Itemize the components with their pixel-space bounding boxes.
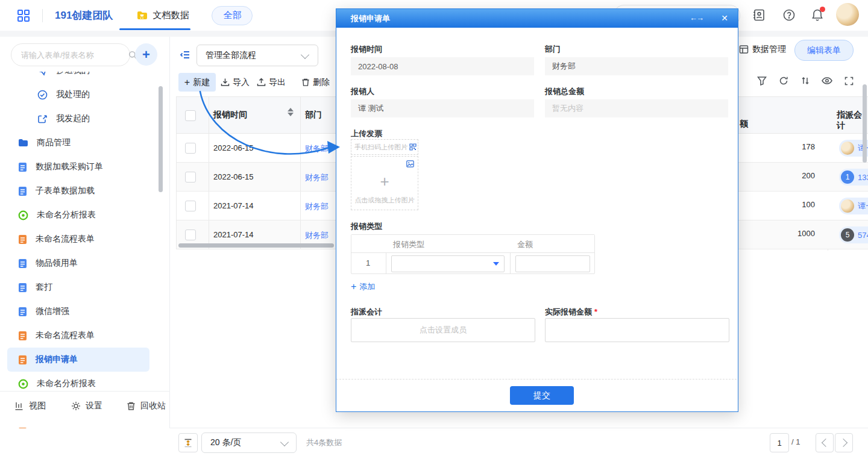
dept-link[interactable]: 财务部	[305, 172, 329, 183]
applicant-field[interactable]: 谭 测试	[351, 99, 534, 117]
row-checkbox[interactable]	[185, 201, 196, 211]
dept-link[interactable]: 财务部	[305, 230, 329, 241]
sidebar-item-cc-me[interactable]: 抄送我的	[0, 72, 157, 83]
current-page-box[interactable]: 1	[770, 433, 789, 452]
total-pages: / 1	[791, 437, 800, 446]
sidebar-item-processed-by-me[interactable]: 我处理的	[0, 83, 157, 107]
add-form-button[interactable]: +	[135, 43, 157, 66]
assignee-pill[interactable]: 55745	[839, 226, 868, 243]
fullscreen-icon[interactable]	[844, 77, 854, 86]
accountant-label: 指派会计	[351, 307, 382, 317]
create-button[interactable]: + 新建	[178, 73, 216, 92]
column-dept[interactable]: 部门	[305, 110, 322, 120]
vertical-scrollbar[interactable]	[863, 84, 867, 163]
row-height-button[interactable]	[178, 433, 198, 452]
export-icon	[257, 78, 266, 87]
expense-time-field[interactable]: 2022-08-08	[351, 57, 534, 75]
chevron-down-icon	[280, 438, 289, 446]
row-number: 1	[366, 258, 370, 267]
prev-page-button[interactable]	[816, 433, 834, 452]
total-count: 共4条数据	[306, 437, 342, 448]
dept-link[interactable]: 财务部	[305, 143, 329, 154]
data-manage-icon	[739, 45, 749, 54]
image-dropzone[interactable]: + 点击或拖拽上传图片	[351, 156, 418, 210]
sidebar-item-form[interactable]: 套打	[0, 275, 157, 299]
flow-list-icon[interactable]	[180, 49, 190, 60]
plus-icon: +	[184, 77, 190, 88]
data-manage-button[interactable]: 数据管理	[739, 44, 786, 55]
filter-all-pill[interactable]: 全部	[212, 6, 253, 25]
column-sort-icon[interactable]	[288, 108, 294, 116]
sidebar-item-flow-form[interactable]: 未命名流程表单	[0, 323, 157, 348]
team-name[interactable]: 191创建团队	[55, 8, 113, 22]
amount-input[interactable]	[515, 255, 590, 272]
submit-button[interactable]: 提交	[510, 386, 574, 405]
user-avatar[interactable]	[836, 3, 859, 26]
chevron-left-icon	[821, 439, 829, 447]
sidebar-item-form[interactable]: 数据加载采购订单	[0, 155, 157, 179]
table-row-right[interactable]: 200 11334	[737, 163, 868, 192]
assignee-pill[interactable]: 11334	[839, 169, 868, 186]
sidebar-item-initiated-by-me[interactable]: 我发起的	[0, 107, 157, 131]
add-row-button[interactable]: + 添加	[351, 281, 375, 292]
edit-form-button[interactable]: 编辑表单	[794, 40, 854, 61]
dept-link[interactable]: 财务部	[305, 201, 329, 212]
notification-bell-icon[interactable]	[810, 8, 825, 22]
modal-header[interactable]: 报销申请单 ←→ ✕	[336, 9, 738, 28]
department-field[interactable]: 财务部	[545, 57, 728, 75]
sidebar-item-form[interactable]: 子表单数据加载	[0, 179, 157, 203]
data-table-right: 额 指派会计 178 谭一 200 11334 100 谭一 1000 5574…	[737, 96, 868, 251]
subform-header: 报销类型 金额	[351, 235, 594, 253]
chevron-down-icon	[301, 51, 309, 59]
sidebar-item-report[interactable]: 未命名分析报表	[0, 203, 157, 227]
table-row-right[interactable]: 100 谭一	[737, 192, 868, 220]
total-amount-label: 报销总金额	[545, 86, 584, 97]
resize-width-icon[interactable]: ←→	[690, 13, 703, 22]
column-date[interactable]: 报销时间	[213, 110, 247, 120]
flow-select[interactable]: 管理全部流程	[197, 45, 318, 66]
refresh-icon[interactable]	[779, 76, 788, 86]
tab-doc-data[interactable]: 文档数据	[137, 10, 189, 21]
actual-amount-input[interactable]	[545, 318, 729, 342]
sidebar-item-form[interactable]: 微信增强	[0, 299, 157, 323]
applicant-label: 报销人	[351, 86, 374, 97]
qr-upload-button[interactable]: 手机扫码上传图片	[351, 139, 418, 155]
export-button[interactable]: 导出	[257, 73, 286, 92]
row-checkbox[interactable]	[185, 230, 196, 240]
eye-icon[interactable]	[822, 77, 832, 85]
select-all-checkbox[interactable]	[185, 110, 196, 121]
table-row-right[interactable]: 1000 55745	[737, 220, 868, 249]
assignee-pill[interactable]: 谭一	[839, 198, 868, 214]
import-button[interactable]: 导入	[221, 73, 250, 92]
sidebar-item-expense-form-selected[interactable]: 报销申请单	[7, 348, 149, 372]
table-row-right[interactable]: 178 谭一	[737, 134, 868, 163]
settings-button[interactable]: 设置	[71, 401, 102, 411]
sidebar-item-product-mgmt[interactable]: 商品管理	[0, 131, 157, 155]
horizontal-scrollbar[interactable]	[178, 243, 334, 248]
page-size-select[interactable]: 20 条/页	[201, 433, 297, 453]
row-checkbox[interactable]	[185, 143, 196, 154]
sidebar-item-clipped	[0, 420, 157, 428]
type-select[interactable]	[391, 255, 505, 272]
contacts-icon[interactable]	[752, 8, 766, 22]
sidebar-item-flow-form[interactable]: 未命名流程表单	[0, 227, 157, 251]
delete-button[interactable]: 删除	[301, 73, 330, 92]
row-checkbox[interactable]	[185, 172, 196, 183]
sidebar-item-form[interactable]: 物品领用单	[0, 251, 157, 275]
sidebar-search[interactable]	[11, 43, 130, 66]
filter-icon[interactable]	[757, 76, 767, 86]
total-amount-field[interactable]: 暂无内容	[545, 99, 728, 117]
accountant-picker[interactable]: 点击设置成员	[351, 318, 535, 342]
recycle-bin-button[interactable]: 回收站	[127, 401, 166, 411]
sidebar-scrollbar[interactable]	[159, 86, 163, 192]
modal-footer-divider	[336, 379, 737, 379]
next-page-button[interactable]	[835, 433, 853, 452]
sort-icon[interactable]	[800, 76, 810, 86]
image-icon	[406, 160, 414, 167]
views-button[interactable]: 视图	[14, 401, 46, 411]
apps-grid-icon[interactable]	[17, 9, 30, 22]
sidebar-search-input[interactable]	[20, 50, 128, 60]
help-icon[interactable]	[782, 8, 796, 22]
bar-chart-icon	[14, 401, 24, 411]
close-icon[interactable]: ✕	[721, 13, 728, 23]
